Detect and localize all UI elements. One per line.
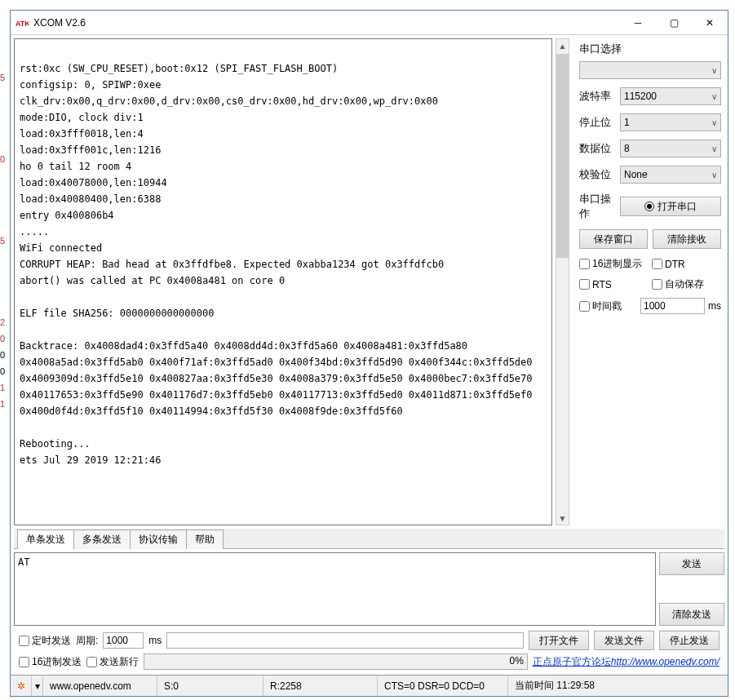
clear-receive-button[interactable]: 清除接收 <box>653 229 721 249</box>
tab-protocol[interactable]: 协议传输 <box>130 529 187 549</box>
stop-send-button[interactable]: 停止发送 <box>659 631 720 650</box>
hex-send-checkbox[interactable]: 16进制发送 <box>19 655 82 669</box>
dtr-checkbox[interactable]: DTR <box>652 257 721 271</box>
timestamp-unit: ms <box>708 300 721 312</box>
timestamp-interval-input[interactable] <box>640 298 705 314</box>
databits-label: 数据位 <box>579 141 620 156</box>
clear-send-button[interactable]: 清除发送 <box>659 603 724 626</box>
receive-scrollbar[interactable]: ▲ ▼ <box>556 38 569 525</box>
status-sent-bytes: S:0 <box>157 676 263 696</box>
baud-select[interactable]: 115200∨ <box>620 87 721 105</box>
file-path-input[interactable] <box>166 632 524 649</box>
rts-checkbox[interactable]: RTS <box>579 277 649 291</box>
timestamp-checkbox[interactable]: 时间戳 <box>579 299 637 313</box>
status-signals: CTS=0 DSR=0 DCD=0 <box>378 676 508 696</box>
stopbits-select[interactable]: 1∨ <box>620 113 721 131</box>
port-select-label: 串口选择 <box>579 42 721 56</box>
status-bar: ✲ ▾ www.openedv.com S:0 R:2258 CTS=0 DSR… <box>11 675 728 696</box>
tab-help[interactable]: 帮助 <box>186 529 224 549</box>
receive-textarea[interactable]: rst:0xc (SW_CPU_RESET),boot:0x12 (SPI_FA… <box>14 38 552 525</box>
parity-select[interactable]: None∨ <box>620 166 721 184</box>
send-textarea[interactable]: AT <box>14 552 656 626</box>
app-window: ATK XCOM V2.6 ─ ▢ ✕ rst:0xc (SW_CPU_RESE… <box>10 10 728 697</box>
port-status-icon <box>644 202 654 211</box>
period-label: 周期: <box>76 634 98 648</box>
send-button[interactable]: 发送 <box>659 552 724 575</box>
timed-send-checkbox[interactable]: 定时发送 <box>19 634 71 648</box>
save-window-button[interactable]: 保存窗口 <box>579 229 648 249</box>
serial-settings-panel: 串口选择 ∨ 波特率 115200∨ 停止位 1∨ 数据位 8∨ 校验位 <box>573 35 728 529</box>
send-file-button[interactable]: 发送文件 <box>594 631 654 650</box>
open-file-button[interactable]: 打开文件 <box>529 631 589 650</box>
period-unit: ms <box>148 635 162 646</box>
status-time: 当前时间 11:29:58 <box>508 676 728 696</box>
settings-gear-icon[interactable]: ✲ <box>11 676 32 696</box>
baud-label: 波特率 <box>579 89 620 104</box>
period-input[interactable] <box>103 632 144 649</box>
tab-multi-send[interactable]: 多条发送 <box>73 529 131 549</box>
hex-display-checkbox[interactable]: 16进制显示 <box>579 257 649 271</box>
status-recv-bytes: R:2258 <box>263 676 378 696</box>
forum-link[interactable]: 正点原子官方论坛http://www.openedv.com/ <box>533 655 720 669</box>
open-port-button[interactable]: 打开串口 <box>620 197 721 216</box>
app-icon: ATK <box>15 16 29 29</box>
databits-select[interactable]: 8∨ <box>620 140 721 157</box>
settings-dropdown-icon[interactable]: ▾ <box>32 676 43 696</box>
send-progressbar: 0% <box>144 653 527 670</box>
maximize-button[interactable]: ▢ <box>656 11 692 34</box>
window-title: XCOM V2.6 <box>33 17 620 29</box>
parity-label: 校验位 <box>579 167 620 182</box>
titlebar[interactable]: ATK XCOM V2.6 ─ ▢ ✕ <box>11 11 728 35</box>
send-tabs: 单条发送 多条发送 协议传输 帮助 <box>14 529 724 549</box>
tab-single-send[interactable]: 单条发送 <box>17 529 74 549</box>
port-select[interactable]: ∨ <box>579 61 721 79</box>
stopbits-label: 停止位 <box>579 115 620 130</box>
port-op-label: 串口操作 <box>579 192 620 221</box>
send-newline-checkbox[interactable]: 发送新行 <box>86 655 139 669</box>
status-url[interactable]: www.openedv.com <box>50 680 131 692</box>
autosave-checkbox[interactable]: 自动保存 <box>652 277 721 291</box>
chevron-down-icon: ∨ <box>711 66 717 75</box>
minimize-button[interactable]: ─ <box>620 11 656 34</box>
close-button[interactable]: ✕ <box>692 11 728 34</box>
svg-text:ATK: ATK <box>15 20 29 28</box>
